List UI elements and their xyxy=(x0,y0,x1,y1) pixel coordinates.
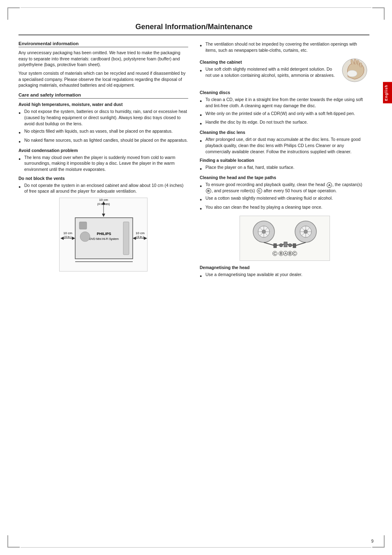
svg-marker-12 xyxy=(60,237,64,240)
list-item: No naked flame sources, such as lighted … xyxy=(18,137,188,145)
svg-text:C: C xyxy=(273,251,276,256)
svg-point-41 xyxy=(288,244,292,247)
placement-diagram-container: 10 cm (4 inches) PHILIPS DVD Mini Hi-Fi … xyxy=(18,198,188,272)
svg-text:10 cm: 10 cm xyxy=(99,198,108,202)
page-title: General Information/Maintenance xyxy=(18,23,369,35)
bullet-text: Use soft cloth slightly moistened with a… xyxy=(205,66,337,78)
svg-rect-8 xyxy=(79,222,87,229)
bullet-text: Use a demagnetising tape available at yo… xyxy=(205,272,302,278)
bullet-icon xyxy=(200,205,205,212)
svg-point-23 xyxy=(347,70,357,77)
cabinet-section: Cleaning the cabinet Use soft cloth slig… xyxy=(200,56,369,87)
bullet-text: Write only on the printed side of a CDR(… xyxy=(205,111,355,117)
bullet-icon xyxy=(200,183,205,189)
bullet-icon xyxy=(200,166,205,172)
bullet-text: No objects filled with liquids, such as … xyxy=(24,128,173,134)
demag-title: Demagnetising the head xyxy=(200,265,369,270)
section-environmental-title: Environmental information xyxy=(18,41,188,47)
bullet-text: The ventilation should not be impeded by… xyxy=(205,41,369,53)
list-item: Place the player on a flat, hard, stable… xyxy=(200,164,369,172)
subsec-vents-title: Do not block the vents xyxy=(18,176,188,181)
avoid-heat-list: Do not expose the system, batteries or d… xyxy=(18,108,188,144)
bullet-text: Use a cotton swab slightly moistened wit… xyxy=(205,195,333,201)
bullet-text: Do not operate the system in an enclosed… xyxy=(24,182,188,194)
svg-text:PHILIPS: PHILIPS xyxy=(97,232,111,236)
tape-diagram-container: C B A B C xyxy=(200,216,369,262)
subsec-avoid-heat-title: Avoid high temperatures, moisture, water… xyxy=(18,102,188,107)
corner-decoration-tl xyxy=(7,7,20,20)
list-item: Use a demagnetising tape available at yo… xyxy=(200,272,369,279)
subsec-condensation-title: Avoid condensation problem xyxy=(18,148,188,153)
bullet-text: No naked flame sources, such as lighted … xyxy=(24,137,188,143)
corner-decoration-br xyxy=(372,535,385,548)
cabinet-cleaning-svg xyxy=(340,56,369,84)
svg-rect-38 xyxy=(274,244,277,248)
list-item: Do not expose the system, batteries or d… xyxy=(18,108,188,127)
bullet-icon xyxy=(200,120,205,127)
bullet-icon xyxy=(200,138,205,144)
bullet-icon xyxy=(18,129,24,136)
tape-title: Cleaning the head and the tape paths xyxy=(200,175,369,180)
bullet-text: To ensure good recording and playback qu… xyxy=(205,182,369,193)
list-item: You also can clean the head by playing a… xyxy=(200,204,369,212)
bullet-text: After prolonged use, dirt or dust may ac… xyxy=(205,136,369,154)
section-care-title: Care and safety information xyxy=(18,92,188,99)
svg-text:B: B xyxy=(279,251,282,256)
circle-a: A xyxy=(327,182,332,188)
list-item: Use soft cloth slightly moistened with a… xyxy=(200,66,337,78)
list-item: Use a cotton swab slightly moistened wit… xyxy=(200,195,369,203)
corner-decoration-bl xyxy=(7,535,20,548)
svg-rect-40 xyxy=(284,242,287,247)
bottom-rule xyxy=(21,547,371,548)
location-title: Finding a suitable location xyxy=(200,158,369,163)
svg-text:10 cm: 10 cm xyxy=(63,231,72,235)
location-list: Place the player on a flat, hard, stable… xyxy=(200,164,369,172)
disc-lens-list: After prolonged use, dirt or dust may ac… xyxy=(200,136,369,154)
list-item: To clean a CD, wipe it in a straight lin… xyxy=(200,97,369,108)
right-column: The ventilation should not be impeded by… xyxy=(200,41,369,280)
corner-decoration-tr xyxy=(372,7,385,20)
list-item: Do not operate the system in an enclosed… xyxy=(18,182,188,194)
bullet-icon xyxy=(200,112,205,118)
tape-path-svg: C B A B C xyxy=(240,216,330,261)
svg-text:(4 in.): (4 in.) xyxy=(136,235,144,239)
bullet-icon xyxy=(200,273,205,279)
svg-text:A: A xyxy=(284,251,286,256)
main-content: General Information/Maintenance Environm… xyxy=(18,23,369,539)
bullet-icon xyxy=(18,138,24,145)
svg-marker-17 xyxy=(133,237,136,240)
bullet-icon xyxy=(200,42,205,48)
ventilation-list: The ventilation should not be impeded by… xyxy=(200,41,369,53)
bullet-icon xyxy=(18,156,24,162)
condensation-list: The lens may cloud over when the player … xyxy=(18,154,188,173)
page-number: 9 xyxy=(371,539,374,543)
env-para-2: Your system consists of materials which … xyxy=(18,70,188,88)
circle-b: B xyxy=(206,188,211,193)
circle-c: C xyxy=(257,188,262,193)
discs-list: To clean a CD, wipe it in a straight lin… xyxy=(200,97,369,127)
bullet-text: To clean a CD, wipe it in a straight lin… xyxy=(205,97,369,108)
svg-marker-18 xyxy=(144,237,147,240)
svg-text:(4 in.): (4 in.) xyxy=(64,235,71,239)
disc-lens-title: Cleaning the disc lens xyxy=(200,130,369,135)
list-item: The ventilation should not be impeded by… xyxy=(200,41,369,53)
list-item: To ensure good recording and playback qu… xyxy=(200,182,369,193)
svg-rect-42 xyxy=(293,244,296,248)
left-column: Environmental information Any unnecessar… xyxy=(18,41,188,280)
bullet-icon xyxy=(200,98,205,104)
svg-text:10 cm: 10 cm xyxy=(136,231,145,235)
env-para-1: Any unnecessary packaging has been omitt… xyxy=(18,50,188,68)
vents-list: Do not operate the system in an enclosed… xyxy=(18,182,188,194)
bullet-text: You also can clean the head by playing a… xyxy=(205,204,323,210)
bullet-text: Place the player on a flat, hard, stable… xyxy=(205,164,295,170)
placement-diagram: 10 cm (4 inches) PHILIPS DVD Mini Hi-Fi … xyxy=(59,198,148,272)
svg-marker-2 xyxy=(102,214,105,217)
tape-list: To ensure good recording and playback qu… xyxy=(200,182,369,212)
discs-title: Cleaning discs xyxy=(200,90,369,95)
svg-text:B: B xyxy=(288,251,291,256)
list-item: Handle the disc by its edge. Do not touc… xyxy=(200,119,369,127)
bullet-text: The lens may cloud over when the player … xyxy=(24,154,188,173)
bullet-icon xyxy=(200,67,205,74)
svg-rect-10 xyxy=(123,222,129,255)
bullet-icon xyxy=(18,184,24,190)
